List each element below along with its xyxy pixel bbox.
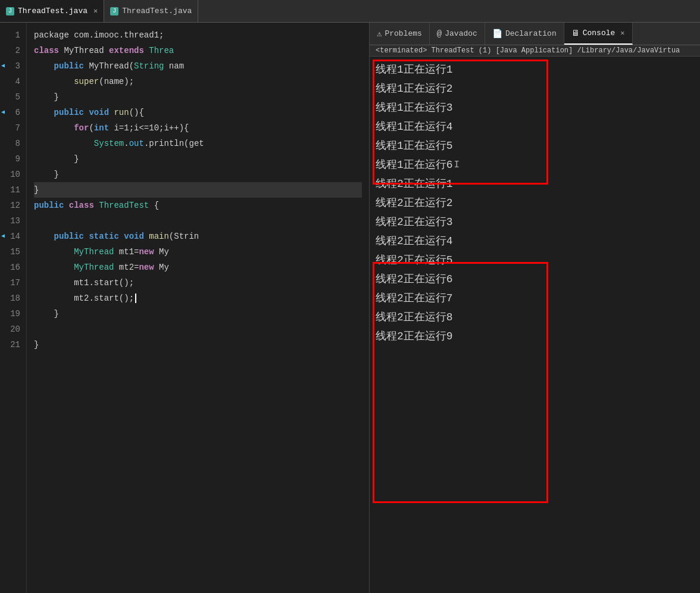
code-line-11: }	[34, 182, 362, 198]
code-line-15: MyThread mt1=new My	[34, 244, 362, 260]
console-line-1: 线程1正在运行1	[376, 60, 694, 79]
line-num-6: ◀6	[0, 105, 20, 120]
line-num-15: 15	[0, 244, 20, 260]
line-num-20: 20	[0, 322, 20, 337]
console-status: <terminated> ThreadTest (1) [Java Applic…	[370, 45, 700, 57]
tab-console[interactable]: 🖥 Console ✕	[564, 23, 633, 45]
line-num-21: 21	[0, 337, 20, 352]
console-line-8: 线程2正在运行2	[376, 193, 694, 213]
console-icon: 🖥	[571, 29, 580, 38]
code-line-17: mt1.start();	[34, 275, 362, 291]
code-line-5: }	[34, 89, 362, 105]
code-line-1: package com.imooc.thread1;	[34, 27, 362, 43]
code-line-6: public void run(){	[34, 105, 362, 120]
declaration-icon: 📄	[492, 29, 502, 39]
editor-panel: 1 2 ◀3 4 5 ◀6 7 8 9 10 11 12 13 ◀14	[0, 23, 369, 593]
line-numbers: 1 2 ◀3 4 5 ◀6 7 8 9 10 11 12 13 ◀14	[0, 23, 27, 593]
right-panel: ⚠ Problems @ Javadoc 📄 Declaration 🖥 Con…	[369, 23, 700, 593]
breakpoint-arrow-3: ◀	[1, 58, 5, 74]
code-line-4: super(name);	[34, 74, 362, 89]
tab-javadoc-label: Javadoc	[445, 29, 477, 38]
line-num-19: 19	[0, 306, 20, 322]
line-num-16: 16	[0, 260, 20, 275]
javadoc-icon: @	[437, 29, 442, 39]
console-line-4: 线程1正在运行4	[376, 117, 694, 136]
tab-javadoc[interactable]: @ Javadoc	[430, 23, 485, 45]
console-output[interactable]: 线程1正在运行1 线程1正在运行2 线程1正在运行3 线程1正在运行4 线程1正…	[370, 57, 700, 593]
tab-problems[interactable]: ⚠ Problems	[370, 23, 430, 45]
cursor-marker: I	[454, 155, 460, 174]
console-line-12: 线程2正在运行6	[376, 270, 694, 289]
code-line-19: }	[34, 306, 362, 322]
line-num-18: 18	[0, 291, 20, 306]
code-content[interactable]: package com.imooc.thread1; class MyThrea…	[27, 23, 369, 593]
code-line-9: }	[34, 151, 362, 167]
code-line-20	[34, 322, 362, 337]
console-tab-close[interactable]: ✕	[620, 29, 624, 38]
code-area: 1 2 ◀3 4 5 ◀6 7 8 9 10 11 12 13 ◀14	[0, 23, 369, 593]
code-line-10: }	[34, 167, 362, 182]
line-num-5: 5	[0, 89, 20, 105]
code-line-18: mt2.start();	[34, 291, 362, 306]
console-line-3: 线程1正在运行3	[376, 98, 694, 117]
line-num-10: 10	[0, 167, 20, 182]
console-line-5: 线程1正在运行5	[376, 136, 694, 155]
line-num-2: 2	[0, 43, 20, 58]
code-line-7: for(int i=1;i<=10;i++){	[34, 120, 362, 136]
code-line-2: class MyThread extends Threa	[34, 43, 362, 58]
code-line-8: System.out.println(get	[34, 136, 362, 151]
tab-problems-label: Problems	[385, 29, 421, 38]
java-file-icon: J	[6, 7, 14, 15]
tab-console-label: Console	[583, 29, 615, 38]
line-num-7: 7	[0, 120, 20, 136]
line-num-13: 13	[0, 213, 20, 229]
console-line-9: 线程2正在运行3	[376, 213, 694, 232]
line-num-8: 8	[0, 136, 20, 151]
tab-threadtest-inactive[interactable]: J ThreadTest.java	[104, 0, 198, 22]
java-file-icon-2: J	[110, 7, 118, 15]
breakpoint-arrow-14: ◀	[1, 229, 5, 244]
line-num-12: 12	[0, 198, 20, 213]
console-line-7: 线程2正在运行1	[376, 174, 694, 193]
code-line-21: }	[34, 337, 362, 352]
tab-declaration-label: Declaration	[505, 29, 557, 38]
console-line-2: 线程1正在运行2	[376, 79, 694, 98]
tab-close-active[interactable]: ✕	[93, 7, 98, 15]
right-tab-bar: ⚠ Problems @ Javadoc 📄 Declaration 🖥 Con…	[370, 23, 700, 45]
problems-icon: ⚠	[377, 29, 382, 39]
console-line-15: 线程2正在运行9	[376, 327, 694, 346]
tab-threadtest-active[interactable]: J ThreadTest.java ✕	[0, 0, 104, 22]
tab-label-inactive: ThreadTest.java	[122, 7, 192, 15]
tab-declaration[interactable]: 📄 Declaration	[485, 23, 564, 45]
line-num-11: 11	[0, 182, 20, 198]
code-line-16: MyThread mt2=new My	[34, 260, 362, 275]
console-line-11: 线程2正在运行5	[376, 251, 694, 270]
tab-label-active: ThreadTest.java	[18, 7, 88, 15]
console-line-13: 线程2正在运行7	[376, 289, 694, 308]
code-line-12: public class ThreadTest {	[34, 198, 362, 213]
line-num-9: 9	[0, 151, 20, 167]
line-num-17: 17	[0, 275, 20, 291]
main-area: 1 2 ◀3 4 5 ◀6 7 8 9 10 11 12 13 ◀14	[0, 23, 700, 593]
console-line-6: 线程1正在运行6 I	[376, 155, 694, 174]
console-line-14: 线程2正在运行8	[376, 308, 694, 327]
console-line-10: 线程2正在运行4	[376, 232, 694, 251]
line-num-1: 1	[0, 27, 20, 43]
tab-bar: J ThreadTest.java ✕ J ThreadTest.java	[0, 0, 700, 23]
line-num-3: ◀3	[0, 58, 20, 74]
breakpoint-arrow-6: ◀	[1, 105, 5, 120]
line-num-4: 4	[0, 74, 20, 89]
line-num-14: ◀14	[0, 229, 20, 244]
code-line-14: public static void main(Strin	[34, 229, 362, 244]
code-line-3: public MyThread(String nam	[34, 58, 362, 74]
code-line-13	[34, 213, 362, 229]
